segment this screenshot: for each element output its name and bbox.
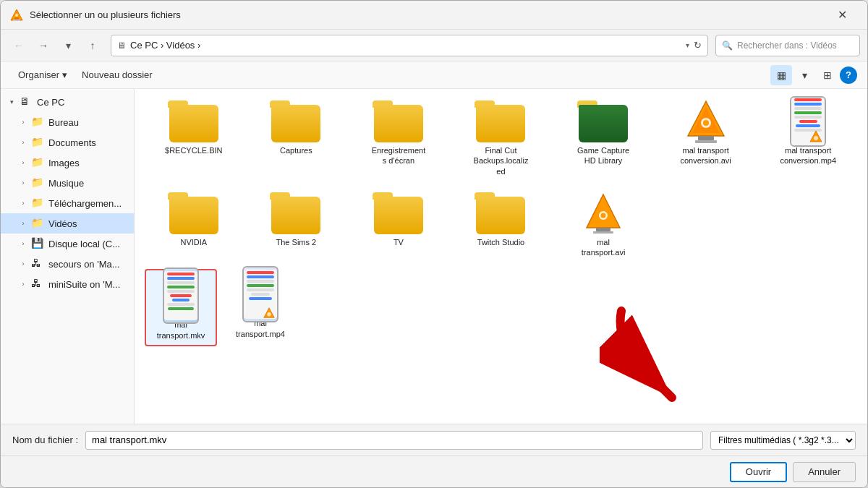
folder-the-sims-2[interactable]: The Sims 2 [247, 188, 346, 262]
action-bar: Ouvrir Annuler [1, 455, 867, 487]
close-button[interactable]: ✕ [825, 1, 859, 30]
sidebar-label-ce-pc: Ce PC [37, 97, 64, 108]
folder-final-cut[interactable]: Final Cut Backups.localized [452, 96, 550, 181]
sidebar-item-documents[interactable]: › 📁 Documents [1, 132, 134, 153]
help-button[interactable]: ? [840, 67, 857, 84]
computer-icon: 🖥 [20, 95, 33, 108]
folder-icon: 📁 [31, 156, 44, 169]
svg-rect-1 [14, 17, 19, 20]
sidebar-item-secours[interactable]: › 🖧 secours on 'Ma... [1, 254, 134, 274]
file-label-mal-transport-mp4: mal transport conversion.mp4 [779, 145, 837, 166]
large-icons-button[interactable]: ▦ [770, 65, 792, 85]
folder-label-nvidia: NVIDIA [180, 237, 207, 247]
address-dropdown-icon[interactable]: ▾ [686, 41, 689, 49]
folder-icon: 📁 [31, 197, 44, 210]
folder-icon: 📁 [31, 217, 44, 230]
refresh-button[interactable]: ↻ [694, 40, 702, 51]
file-grid-mid: NVIDIA The Sims 2 TV [145, 188, 857, 262]
view-controls: ▦ ▾ ⊞ ? [770, 65, 857, 85]
phone-icon-selected [155, 275, 207, 317]
sidebar-item-ce-pc[interactable]: ▾ 🖥 Ce PC [1, 92, 134, 112]
folder-icon-twitch-studio [475, 192, 527, 234]
expand-icon: › [18, 158, 28, 168]
file-grid-top: $RECYCLE.BIN Captures Enregistrements d'… [145, 96, 857, 181]
sidebar-item-musique[interactable]: › 📁 Musique [1, 173, 134, 193]
folder-icon: 📁 [31, 116, 44, 129]
sidebar-item-disque-local[interactable]: › 💾 Disque local (C... [1, 234, 134, 254]
organize-button[interactable]: Organiser ▾ [11, 65, 75, 85]
address-path: Ce PC › Vidéos › [130, 40, 681, 51]
phone-icon-area [782, 100, 834, 142]
file-mal-mkv[interactable]: mal transport.mkv [145, 269, 217, 346]
up-button[interactable]: ↑ [82, 35, 103, 56]
filetype-dropdown[interactable]: Filtres multimédias ( *.3g2 *.3... [710, 431, 856, 450]
new-folder-label: Nouveau dossier [82, 69, 153, 80]
address-bar[interactable]: 🖥 Ce PC › Vidéos › ▾ ↻ [111, 35, 708, 56]
folder-icon-nvidia [168, 192, 220, 234]
folder-label-game-capture: Game Capture HD Library [574, 145, 632, 166]
expand-icon: › [18, 239, 28, 249]
sidebar-item-images[interactable]: › 📁 Images [1, 153, 134, 173]
folder-icon-enregistrements [373, 100, 425, 142]
expand-icon: › [18, 137, 28, 147]
network-icon: 🖧 [31, 278, 44, 291]
folder-tv[interactable]: TV [349, 188, 448, 262]
file-mal-transport-avi-icon[interactable]: mal transport conversion.avi [657, 96, 755, 181]
sidebar-item-minisuite[interactable]: › 🖧 miniSuite on 'M... [1, 274, 134, 294]
svg-point-18 [267, 313, 271, 317]
folder-label-final-cut: Final Cut Backups.localized [472, 145, 529, 176]
dropdown-view-button[interactable]: ▾ [793, 65, 815, 85]
file-label-mal-avi: mal transport.avi [574, 237, 632, 258]
sidebar-item-videos[interactable]: › 📁 Vidéos [1, 213, 134, 234]
folder-icon-tv [373, 192, 425, 234]
folder-label-tv: TV [393, 237, 404, 247]
folder-label-captures: Captures [280, 145, 312, 155]
sidebar-label-disque-local: Disque local (C... [48, 239, 120, 249]
address-icon: 🖥 [117, 40, 126, 51]
sidebar-label-secours: secours on 'Ma... [48, 259, 120, 270]
expand-icon: › [18, 259, 28, 269]
dropdown-button[interactable]: ▾ [57, 35, 79, 56]
file-mal-avi[interactable]: mal transport.avi [554, 188, 652, 262]
folder-icon: 📁 [31, 176, 44, 189]
sidebar-label-images: Images [48, 158, 80, 168]
file-mal-mp4-2[interactable]: mal transport.mp4 [224, 269, 297, 346]
forward-button[interactable]: → [33, 35, 54, 56]
sidebar-label-bureau: Bureau [48, 117, 79, 128]
expand-icon: › [18, 218, 28, 228]
new-folder-button[interactable]: Nouveau dossier [75, 65, 160, 85]
cancel-button[interactable]: Annuler [793, 462, 856, 482]
organize-label: Organiser [18, 69, 59, 80]
expand-icon: › [18, 279, 28, 289]
search-bar[interactable]: 🔍 Rechercher dans : Vidéos [715, 35, 860, 56]
filename-bar: Nom du fichier : Filtres multimédias ( *… [1, 424, 867, 455]
sidebar-item-telechargements[interactable]: › 📁 Téléchargemen... [1, 193, 134, 213]
folder-nvidia[interactable]: NVIDIA [145, 188, 243, 262]
organize-arrow-icon: ▾ [62, 69, 67, 80]
details-view-button[interactable]: ⊞ [817, 65, 838, 85]
sidebar-label-musique: Musique [48, 178, 84, 189]
filename-input[interactable] [85, 431, 703, 450]
secondary-toolbar: Organiser ▾ Nouveau dossier ▦ ▾ ⊞ ? [1, 61, 867, 89]
main-content: ▾ 🖥 Ce PC › 📁 Bureau › 📁 Documents › 📁 I… [1, 89, 867, 424]
folder-srecycle[interactable]: $RECYCLE.BIN [145, 96, 243, 181]
svg-rect-6 [698, 136, 714, 140]
sidebar: ▾ 🖥 Ce PC › 📁 Bureau › 📁 Documents › 📁 I… [1, 89, 135, 424]
sidebar-label-telechargements: Téléchargemen... [48, 198, 122, 209]
folder-icon-srecycle [168, 100, 220, 142]
dialog-title: Sélectionner un ou plusieurs fichiers [30, 9, 825, 20]
svg-point-3 [15, 14, 18, 17]
expand-icon: › [18, 117, 28, 127]
file-mal-transport-mp4-icon[interactable]: mal transport conversion.mp4 [759, 96, 857, 181]
expand-icon: › [18, 178, 28, 188]
folder-captures[interactable]: Captures [247, 96, 346, 181]
file-dialog: Sélectionner un ou plusieurs fichiers ✕ … [0, 0, 868, 488]
folder-enregistrements[interactable]: Enregistrements d'écran [349, 96, 448, 181]
expand-icon: › [18, 198, 28, 208]
folder-game-capture[interactable]: Game Capture HD Library [554, 96, 652, 181]
folder-label-the-sims-2: The Sims 2 [276, 237, 317, 247]
folder-twitch-studio[interactable]: Twitch Studio [452, 188, 550, 262]
back-button[interactable]: ← [8, 35, 30, 56]
open-button[interactable]: Ouvrir [730, 462, 787, 482]
sidebar-item-bureau[interactable]: › 📁 Bureau [1, 112, 134, 132]
